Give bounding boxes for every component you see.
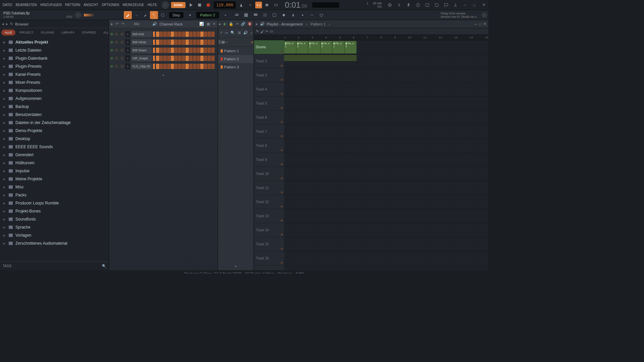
channel-name[interactable]: 808 Kick xyxy=(131,31,152,37)
mixer-button[interactable] xyxy=(261,11,269,19)
step-button[interactable] xyxy=(163,32,167,37)
tempo-tap-button[interactable] xyxy=(289,11,297,19)
paint-tool[interactable] xyxy=(141,11,149,19)
pl-select-icon[interactable]: ▭ xyxy=(270,29,273,34)
step-button[interactable] xyxy=(182,40,185,45)
browser-item[interactable]: ▸Vorlagen xyxy=(0,231,109,239)
step-button[interactable] xyxy=(182,64,185,69)
step-button[interactable] xyxy=(160,64,163,69)
close-all-button[interactable] xyxy=(308,11,316,19)
track-lane[interactable] xyxy=(284,68,488,82)
step-button[interactable] xyxy=(167,40,170,45)
track-lane[interactable] xyxy=(284,237,488,251)
track-header[interactable]: Track 2 xyxy=(254,54,284,68)
track-header[interactable]: Drums xyxy=(254,40,284,54)
pattern-item[interactable]: Pattern 2 xyxy=(218,55,254,63)
browser-item[interactable]: ▸Mixer-Presets xyxy=(0,78,109,86)
master-pitch-slider[interactable] xyxy=(84,14,94,16)
browser-item[interactable]: ▸EEEE EEEE Sounds xyxy=(0,143,109,151)
undo-history-icon[interactable] xyxy=(386,2,393,8)
step-button[interactable] xyxy=(211,40,215,45)
pattern-next-icon[interactable]: + xyxy=(221,11,229,19)
step-button[interactable] xyxy=(185,56,189,61)
step-button[interactable] xyxy=(197,48,200,53)
step-button[interactable] xyxy=(178,64,181,69)
track-mute-dot[interactable] xyxy=(281,177,283,179)
pp-select-icon[interactable]: ▭ xyxy=(225,31,228,35)
browser-item[interactable]: ▸Soundfonts xyxy=(0,215,109,223)
step-button[interactable] xyxy=(200,64,204,69)
browser-item[interactable]: ▸Kompositionen xyxy=(0,86,109,95)
time-display[interactable]: 0:01:09 xyxy=(285,0,307,10)
browser-item[interactable]: ▸Benutzerdaten xyxy=(0,111,109,119)
switch-icon[interactable] xyxy=(396,2,402,8)
track-lane[interactable] xyxy=(284,54,488,68)
pp-add-icon[interactable]: + xyxy=(251,40,254,45)
pl-maximize-icon[interactable]: □ xyxy=(479,22,481,26)
audio-icon[interactable]: 🔊 xyxy=(152,22,157,26)
track-lane[interactable] xyxy=(284,97,488,111)
step-button[interactable] xyxy=(178,56,181,61)
redo-icon[interactable]: ↷ xyxy=(121,22,124,26)
track-header[interactable]: Track 9 xyxy=(254,153,284,167)
step-button[interactable] xyxy=(163,64,167,69)
snap-selector[interactable]: Step xyxy=(169,12,183,18)
pp-list-icon[interactable]: ☰ xyxy=(218,40,221,44)
add-channel-button[interactable]: + xyxy=(109,70,218,80)
search-icon[interactable]: 🔍 xyxy=(102,264,106,268)
browser-item[interactable]: ▸Hüllkurven xyxy=(0,159,109,167)
step-button[interactable] xyxy=(167,48,170,53)
step-button[interactable] xyxy=(171,32,174,37)
browser-item[interactable]: ▸Desktop xyxy=(0,135,109,143)
step-button[interactable] xyxy=(174,32,178,37)
stop-button[interactable] xyxy=(196,2,203,8)
pp-cut-icon[interactable]: ✂ xyxy=(236,22,239,26)
browser-item[interactable]: ▸Kanal-Presets xyxy=(0,70,109,78)
channel-selector[interactable] xyxy=(153,40,155,45)
pan-knob[interactable] xyxy=(114,40,119,45)
track-mute-dot[interactable] xyxy=(281,149,283,151)
playlist-crumb[interactable]: Pattern 1 xyxy=(311,22,326,26)
track-lane[interactable] xyxy=(284,111,488,125)
pattern-clip[interactable]: ▮ Pa..n 1 xyxy=(308,41,320,54)
browser-item[interactable]: ▸Plugin-Datenbank xyxy=(0,54,109,62)
browser-item[interactable]: ▸Demo-Projekte xyxy=(0,127,109,135)
track-lane[interactable] xyxy=(284,82,488,97)
menu-add[interactable]: HINZUFüGEN xyxy=(39,2,63,7)
download-icon[interactable] xyxy=(452,2,459,8)
track-mute-dot[interactable] xyxy=(281,191,283,193)
midi-tool[interactable] xyxy=(159,11,167,19)
track-mute-dot[interactable] xyxy=(281,121,283,123)
channel-number[interactable]: 1 xyxy=(125,47,130,53)
vol-knob[interactable] xyxy=(120,48,124,53)
pp-mute-icon[interactable]: 🔇 xyxy=(248,22,252,26)
overdub-icon[interactable] xyxy=(264,2,271,8)
track-lane[interactable] xyxy=(284,153,488,167)
step-button[interactable] xyxy=(160,40,163,45)
track-mute-dot[interactable] xyxy=(281,65,283,67)
menu-file[interactable]: DATEI xyxy=(1,2,14,7)
track-header[interactable]: Track 15 xyxy=(254,237,284,251)
channel-name[interactable]: 808 Snare xyxy=(131,47,152,53)
step-button[interactable] xyxy=(167,56,170,61)
track-header[interactable]: Track 16 xyxy=(254,251,284,265)
pl-audio-icon[interactable]: 🔊 xyxy=(260,22,265,26)
track-header[interactable]: Track 6 xyxy=(254,111,284,125)
draw-tool[interactable] xyxy=(124,11,132,19)
step-button[interactable] xyxy=(211,64,215,69)
pp-arrow-icon[interactable]: ↗ xyxy=(219,31,222,35)
snap-prev-icon[interactable]: ◂ xyxy=(186,11,194,19)
vol-knob[interactable] xyxy=(120,40,124,45)
step-button[interactable] xyxy=(200,40,204,45)
menu-tools[interactable]: WERKZEUGE xyxy=(121,2,145,7)
graph-icon[interactable]: 📊 xyxy=(199,22,204,26)
channel-selector[interactable] xyxy=(153,56,155,61)
step-button[interactable] xyxy=(174,40,178,45)
track-mute-dot[interactable] xyxy=(281,163,283,165)
track-header[interactable]: Track 12 xyxy=(254,195,284,209)
step-button[interactable] xyxy=(160,56,163,61)
playlist-ruler[interactable]: 123456789101112131415 xyxy=(254,35,488,40)
step-button[interactable] xyxy=(182,48,185,53)
pattern-add-button[interactable]: + xyxy=(218,262,254,270)
channel-number[interactable]: 1 xyxy=(125,55,130,61)
